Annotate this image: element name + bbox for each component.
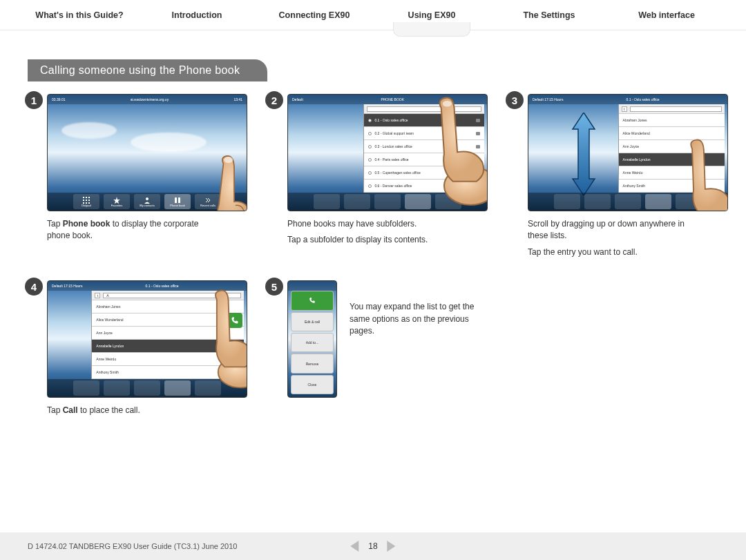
list-item[interactable]: Ann Joyce — [92, 327, 244, 340]
topbar-left: Default 17:15 Hours — [533, 97, 563, 102]
folder-icon — [476, 171, 480, 175]
panel-remove-button[interactable]: Remove — [291, 354, 334, 373]
step-4: 4 Default 17:15 Hours 0.1 - Oslo sales o… — [28, 280, 247, 421]
tab-phone-book[interactable] — [164, 380, 191, 396]
thumb-topbar: Default PHONE BOOK — [288, 95, 487, 104]
svg-rect-2 — [88, 197, 90, 198]
list-item[interactable]: Anne Weirdo — [92, 353, 244, 366]
step-5: 5 Edit & call Add to... Remove Close You… — [268, 280, 488, 421]
thumb-bottombar — [528, 193, 727, 211]
list-item[interactable]: Anthony Smith — [619, 180, 725, 193]
topbar-right — [482, 97, 483, 102]
panel-close-button[interactable]: Close — [291, 375, 334, 394]
list-item[interactable]: Alice Wonderland — [92, 313, 244, 327]
list-item[interactable]: Anne Weirdo — [619, 166, 725, 180]
search-field[interactable] — [367, 106, 481, 112]
svg-rect-5 — [88, 200, 90, 201]
search-field[interactable] — [630, 106, 722, 112]
list-item[interactable]: 0.2 - Global support team — [364, 127, 484, 140]
tab-recent-calls[interactable] — [676, 194, 702, 209]
list-item[interactable]: 0.3 - London sales office — [364, 140, 484, 153]
topbar-center: PHONE BOOK — [381, 97, 404, 102]
tab-dialpad[interactable]: Dialpad — [73, 194, 99, 209]
topbar-right: 13:41 — [233, 97, 242, 102]
nav-connecting[interactable]: Connecting EX90 — [256, 2, 373, 28]
step3-caption: Scroll by dragging up or down anywhere i… — [528, 218, 694, 258]
step2-caption: Phone books may have subfolders. Tap a s… — [287, 218, 453, 247]
step5-caption: You may expand the list to get the same … — [350, 301, 488, 405]
tab-favorites[interactable] — [104, 380, 130, 396]
tab-phone-book[interactable] — [645, 194, 671, 209]
list-item[interactable]: 0.6 - Denver sales office — [364, 180, 484, 193]
next-page-button[interactable] — [388, 541, 396, 552]
tab-dialpad[interactable] — [554, 194, 580, 209]
nav-using[interactable]: Using EX90 — [373, 2, 490, 28]
tab-phone-book[interactable] — [405, 194, 431, 209]
list-item[interactable]: Annabelle Lyndon — [92, 340, 244, 353]
search-field[interactable]: A — [103, 293, 241, 298]
panel-edit-call-button[interactable]: Edit & call — [291, 312, 334, 331]
step-badge: 1 — [25, 91, 43, 109]
nav-introduction[interactable]: Introduction — [138, 2, 256, 28]
step-2: 2 Default PHONE BOOK 0.1 - Oslo sales of… — [268, 94, 488, 262]
topbar-center: 0.1 - Oslo sales office — [146, 284, 179, 288]
tab-phone-book[interactable]: Phone book — [164, 194, 191, 209]
tab-recent-calls[interactable] — [435, 194, 461, 209]
page-footer: D 14724.02 TANDBERG EX90 User Guide (TC3… — [0, 532, 746, 560]
list-item[interactable]: Abraham Jones — [92, 300, 244, 313]
tab-recent-calls[interactable]: Recent calls — [195, 194, 221, 209]
svg-marker-9 — [113, 197, 120, 204]
tab-dialpad[interactable] — [314, 194, 340, 209]
step2-screenshot: Default PHONE BOOK 0.1 - Oslo sales offi… — [287, 94, 488, 211]
list-item[interactable]: Anthony Smith — [92, 366, 244, 379]
tab-favorites[interactable] — [344, 194, 370, 209]
search-row: t — [619, 104, 725, 114]
list-item[interactable]: Ann Joyce — [619, 140, 725, 153]
steps-grid: 1 03.39.01 at.easlowntvinena.org.uy 13:4… — [0, 94, 746, 421]
step-badge: 5 — [265, 278, 283, 296]
list-item[interactable]: Annabelle Lyndon — [619, 153, 725, 166]
list-item[interactable]: 0.5 - Copenhagen sales office — [364, 166, 484, 180]
step4-caption: Tap Call to place the call. — [47, 405, 213, 416]
nav-settings[interactable]: The Settings — [490, 2, 608, 28]
thumb-topbar: Default 17:15 Hours 0.1 - Oslo sales off… — [48, 281, 247, 291]
section-heading: Calling someone using the Phone book — [28, 59, 267, 81]
step-badge: 3 — [506, 91, 524, 109]
tab-my-contacts[interactable] — [134, 380, 160, 396]
call-button[interactable] — [227, 313, 242, 328]
thumb-topbar: 03.39.01 at.easlowntvinena.org.uy 13:41 — [48, 95, 247, 104]
topbar-left: 03.39.01 — [52, 97, 65, 102]
step1-screenshot: 03.39.01 at.easlowntvinena.org.uy 13:41 … — [47, 94, 247, 211]
options-panel: Edit & call Add to... Remove Close — [291, 291, 334, 394]
tab-my-contacts[interactable] — [374, 194, 401, 209]
topbar-left: Default 17:15 Hours — [52, 284, 82, 288]
step4-screenshot: Default 17:15 Hours 0.1 - Oslo sales off… — [47, 280, 247, 398]
contact-list: t Abraham Jones Alice Wonderland Ann Joy… — [618, 104, 725, 193]
list-item[interactable]: 0.1 - Oslo sales office — [364, 114, 484, 127]
tab-my-contacts[interactable] — [615, 194, 641, 209]
svg-rect-3 — [83, 200, 84, 201]
folder-icon — [476, 158, 480, 162]
folder-icon — [476, 145, 480, 148]
keyboard-key[interactable]: t — [622, 106, 627, 112]
tab-favorites[interactable]: Favorites — [104, 194, 130, 209]
keyboard-key[interactable]: t — [95, 293, 100, 298]
tab-recent-calls[interactable] — [195, 380, 221, 396]
tab-my-contacts[interactable]: My contacts — [134, 194, 160, 209]
nav-whats-in-guide[interactable]: What's in this Guide? — [21, 2, 138, 28]
tab-dialpad[interactable] — [73, 380, 99, 396]
prev-page-button[interactable] — [350, 541, 358, 552]
nav-web-interface[interactable]: Web interface — [608, 2, 725, 28]
svg-rect-0 — [83, 197, 84, 198]
list-item[interactable]: 0.4 - Paris sales office — [364, 153, 484, 166]
tab-favorites[interactable] — [584, 194, 611, 209]
list-item[interactable]: Alice Wonderland — [619, 127, 725, 140]
list-item[interactable]: Abraham Jones — [619, 114, 725, 127]
pager: 18 — [350, 541, 395, 552]
topbar-left: Default — [292, 97, 303, 102]
step3-screenshot: Default 17:15 Hours 0.1 - Oslo sales off… — [528, 94, 728, 211]
panel-add-to-button[interactable]: Add to... — [291, 333, 334, 352]
panel-call-button[interactable] — [291, 291, 334, 310]
step-badge: 4 — [25, 278, 43, 296]
svg-point-10 — [146, 197, 149, 200]
